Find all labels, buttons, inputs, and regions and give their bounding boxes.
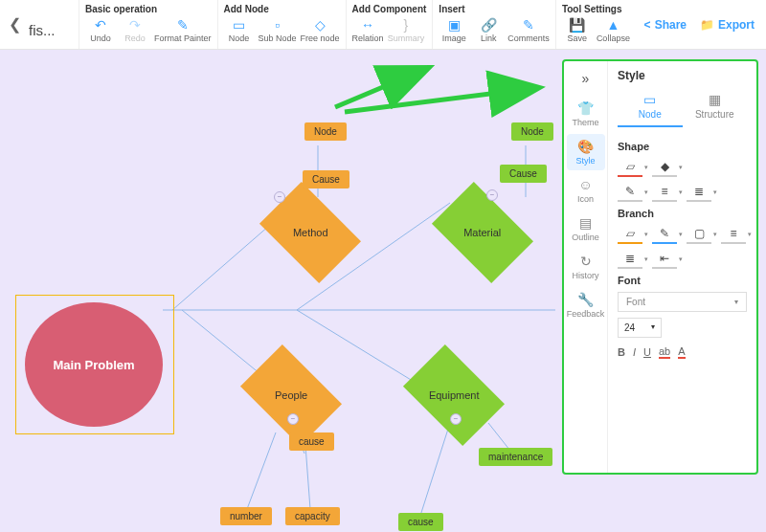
save-button[interactable]: 💾Save <box>562 16 593 43</box>
subtab-structure[interactable]: ▦Structure <box>683 92 748 127</box>
panel-title: Style <box>618 69 747 82</box>
group-addnode-label: Add Node <box>224 4 340 14</box>
font-section-label: Font <box>618 275 747 286</box>
branch-style-control[interactable]: ≡▾ <box>721 225 746 244</box>
tab-style[interactable]: 🎨Style <box>567 134 605 170</box>
summary-button[interactable]: }Summary <box>388 16 425 43</box>
wrench-icon: 🔧 <box>577 292 594 307</box>
branch-weight-control[interactable]: ≣▾ <box>618 250 642 269</box>
equipment-maintenance[interactable]: maintenance <box>479 448 552 466</box>
share-button[interactable]: <Share <box>644 18 687 32</box>
format-painter-button[interactable]: ✎Format Painter <box>154 16 212 43</box>
side-tab-strip: » 👕Theme 🎨Style ☺Icon ▤Outline ↻History … <box>564 61 608 473</box>
shape-border-control[interactable]: ✎▾ <box>618 183 642 202</box>
add-freenode-button[interactable]: ◇Free node <box>301 16 340 43</box>
collapse-handle[interactable]: − <box>450 413 462 425</box>
tab-icon[interactable]: ☺Icon <box>567 172 605 209</box>
font-family-select[interactable]: Font▾ <box>618 292 747 312</box>
image-icon: ▣ <box>444 16 463 33</box>
redo-icon: ↷ <box>125 16 145 33</box>
structure-tab-icon: ▦ <box>683 92 748 107</box>
tab-feedback[interactable]: 🔧Feedback <box>567 287 605 323</box>
shape-linestyle-control[interactable]: ≡▾ <box>652 183 677 202</box>
collapse-handle[interactable]: − <box>486 189 498 201</box>
brush-icon: ✎ <box>173 16 192 33</box>
export-button[interactable]: 📁Export <box>700 18 755 32</box>
file-name: fis... <box>29 0 75 49</box>
branch-box-control[interactable]: ▢▾ <box>687 225 711 244</box>
svg-line-4 <box>247 432 276 509</box>
insert-link-button[interactable]: 🔗Link <box>473 16 504 43</box>
freenode-icon: ◇ <box>310 16 329 33</box>
shape-fill-control[interactable]: ▱▾ <box>618 158 642 177</box>
group-insert-label: Insert <box>439 4 550 14</box>
undo-icon: ↶ <box>91 16 110 33</box>
export-icon: 📁 <box>700 18 714 32</box>
people-capacity[interactable]: capacity <box>285 507 340 525</box>
method-child-node[interactable]: Node <box>304 122 347 141</box>
redo-button[interactable]: ↷Redo <box>120 16 150 43</box>
underline-button[interactable]: U <box>643 346 651 358</box>
branch-fill-control[interactable]: ▱▾ <box>618 225 642 244</box>
comments-icon: ✎ <box>519 16 538 33</box>
collapse-icon: ▲ <box>603 16 622 33</box>
collapse-handle[interactable]: − <box>274 191 285 203</box>
save-icon: 💾 <box>568 16 587 33</box>
equipment-cause[interactable]: cause <box>398 513 443 531</box>
svg-line-6 <box>419 423 450 519</box>
tab-theme[interactable]: 👕Theme <box>567 96 605 132</box>
shape-type-control[interactable]: ◆▾ <box>652 158 677 177</box>
shirt-icon: 👕 <box>577 100 594 116</box>
summary-icon: } <box>396 16 416 33</box>
add-node-button[interactable]: ▭Node <box>224 16 255 43</box>
collapse-button[interactable]: ▲Collapse <box>597 16 630 43</box>
font-size-select[interactable]: 24▾ <box>618 318 662 338</box>
node-icon: ▭ <box>230 16 249 33</box>
side-panel: » 👕Theme 🎨Style ☺Icon ▤Outline ↻History … <box>562 59 758 475</box>
undo-button[interactable]: ↶Undo <box>85 16 116 43</box>
link-icon: 🔗 <box>479 16 498 33</box>
tab-outline[interactable]: ▤Outline <box>567 211 605 247</box>
toolbar: Basic operation ↶Undo ↷Redo ✎Format Pain… <box>75 0 644 49</box>
svg-line-9 <box>345 88 536 112</box>
palette-icon: 🎨 <box>577 139 594 154</box>
material-cause[interactable]: Cause <box>500 165 547 183</box>
group-basic-label: Basic operation <box>85 4 212 14</box>
people-node[interactable]: People <box>240 344 342 446</box>
svg-line-8 <box>335 69 426 107</box>
subnode-icon: ▫ <box>268 16 287 33</box>
bold-button[interactable]: B <box>618 346 625 358</box>
node-tab-icon: ▭ <box>618 92 683 107</box>
italic-button[interactable]: I <box>633 346 636 358</box>
panel-collapse-button[interactable]: » <box>582 67 590 94</box>
people-number[interactable]: number <box>220 507 272 525</box>
shape-lineweight-control[interactable]: ≣▾ <box>687 183 711 202</box>
add-subnode-button[interactable]: ▫Sub Node <box>259 16 297 43</box>
branch-section-label: Branch <box>618 208 747 219</box>
subtab-node[interactable]: ▭Node <box>618 92 683 127</box>
branch-line-control[interactable]: ✎▾ <box>652 225 677 244</box>
relation-icon: ↔ <box>358 16 377 33</box>
material-child-node[interactable]: Node <box>511 122 553 141</box>
main-problem-node[interactable]: Main Problem <box>25 302 163 427</box>
strikethrough-button[interactable]: ab <box>659 345 670 359</box>
style-panel: Style ▭Node ▦Structure Shape ▱▾ ◆▾ ✎▾ ≡▾… <box>608 61 756 473</box>
group-toolsettings-label: Tool Settings <box>562 4 630 14</box>
history-icon: ↻ <box>580 254 592 269</box>
tab-history[interactable]: ↻History <box>567 249 605 285</box>
relation-button[interactable]: ↔Relation <box>352 16 384 43</box>
group-addcomponent-label: Add Component <box>352 4 427 14</box>
insert-image-button[interactable]: ▣Image <box>439 16 469 43</box>
equipment-node[interactable]: Equipment <box>403 344 505 446</box>
people-cause[interactable]: cause <box>289 432 334 451</box>
shape-section-label: Shape <box>618 141 747 152</box>
collapse-handle[interactable]: − <box>287 413 299 425</box>
insert-comments-button[interactable]: ✎Comments <box>507 16 550 43</box>
font-color-button[interactable]: A <box>678 345 685 359</box>
method-cause[interactable]: Cause <box>303 170 349 188</box>
smile-icon: ☺ <box>578 177 592 192</box>
branch-arrow-control[interactable]: ⇤▾ <box>652 250 677 269</box>
material-node[interactable]: Material <box>432 182 533 283</box>
outline-icon: ▤ <box>579 215 592 231</box>
back-button[interactable]: ❮ <box>0 0 29 49</box>
